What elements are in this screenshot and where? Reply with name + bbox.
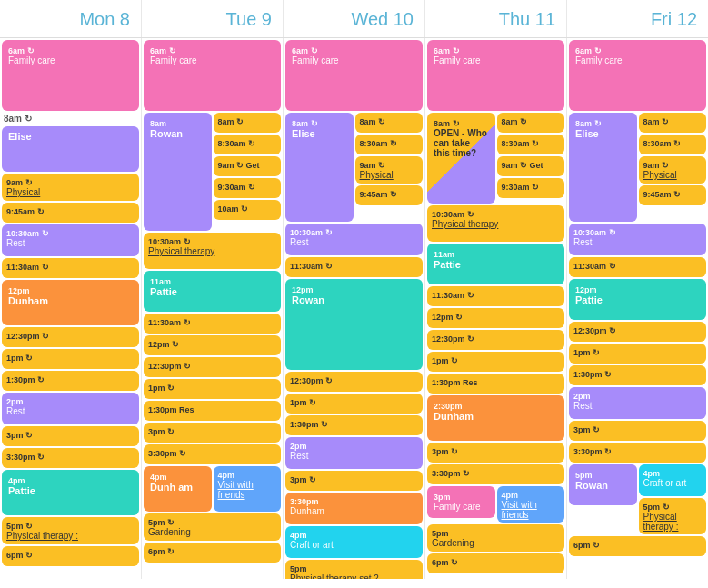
event-fri-5pm-physical[interactable]: 5pm ↻ Physical therapy : — [639, 498, 707, 534]
header-mon: Mon 8 — [0, 0, 141, 37]
event-wed-3pm[interactable]: 3pm ↻ — [285, 471, 423, 491]
event-thu-1pm[interactable]: 1pm ↻ — [427, 352, 564, 372]
event-wed-1pm[interactable]: 1pm ↻ — [285, 394, 423, 414]
event-tue-1pm[interactable]: 1pm ↻ — [144, 379, 281, 399]
event-thu-6pm[interactable]: 6pm ↻ — [427, 553, 564, 573]
event-mon-12pm-dunham[interactable]: 12pm Dunham — [2, 280, 139, 325]
event-fri-8am-sync[interactable]: 8am ↻ — [639, 113, 707, 133]
event-thu-1130am[interactable]: 11:30am ↻ — [427, 286, 564, 306]
event-wed-330pm-dunham[interactable]: 3:30pm Dunham — [285, 493, 423, 524]
event-wed-1130am[interactable]: 11:30am ↻ — [285, 257, 423, 277]
event-mon-8am-elise[interactable]: Elise — [2, 126, 139, 172]
event-fri-1130am[interactable]: 11:30am ↻ — [569, 257, 706, 277]
event-wed-6am-family[interactable]: 6am ↻ Family care — [285, 40, 423, 111]
header-wed: Wed 10 — [283, 0, 424, 37]
event-thu-3pm-family[interactable]: 3pm Family care — [427, 486, 495, 518]
event-tue-5pm-gardening[interactable]: 5pm ↻ Gardening — [144, 513, 281, 541]
event-mon-945am[interactable]: 9:45am ↻ — [2, 203, 139, 223]
event-tue-930am-sync[interactable]: 9:30am ↻ — [214, 178, 282, 198]
event-fri-8am-elise[interactable]: 8am ↻ Elise — [569, 113, 637, 222]
event-wed-945am-sync[interactable]: 9:45am ↻ — [355, 185, 424, 205]
event-tue-1130am[interactable]: 11:30am ↻ — [144, 314, 281, 334]
event-wed-8am-sync[interactable]: 8am ↻ — [355, 113, 424, 133]
event-tue-6am-family[interactable]: 6am ↻ Family care — [144, 40, 281, 111]
col-thu: 6am ↻ Family care 8am ↻ OPEN - Who can t… — [425, 38, 567, 579]
event-wed-830am-sync[interactable]: 8:30am ↻ — [355, 135, 424, 154]
event-wed-1230pm[interactable]: 12:30pm ↻ — [285, 372, 423, 392]
event-tue-830am-sync[interactable]: 8:30am ↻ — [214, 135, 282, 154]
event-thu-830am-sync[interactable]: 8:30am ↻ — [497, 135, 565, 154]
event-tue-9am-get[interactable]: 9am ↻ Get — [214, 156, 282, 176]
event-fri-945am-sync[interactable]: 9:45am ↻ — [639, 185, 707, 205]
event-wed-130pm[interactable]: 1:30pm ↻ — [285, 415, 423, 435]
event-wed-5pm-physical[interactable]: 5pm Physical therapy set 2 — [285, 560, 423, 579]
event-mon-1230pm[interactable]: 12:30pm ↻ — [2, 327, 139, 347]
event-thu-3pm[interactable]: 3pm ↻ — [427, 443, 564, 463]
event-fri-1230pm[interactable]: 12:30pm ↻ — [569, 322, 706, 342]
event-tue-330pm[interactable]: 3:30pm ↻ — [144, 444, 281, 464]
event-fri-1pm[interactable]: 1pm ↻ — [569, 344, 706, 364]
event-thu-4pm-visit[interactable]: 4pm Visit with friends — [497, 486, 565, 523]
event-tue-6pm[interactable]: 6pm ↻ — [144, 543, 281, 563]
event-mon-1pm[interactable]: 1pm ↻ — [2, 349, 139, 369]
event-wed-2pm-rest[interactable]: 2pm Rest — [285, 437, 423, 469]
event-mon-3pm[interactable]: 3pm ↻ — [2, 426, 139, 446]
event-tue-11am-pattie[interactable]: 11am Pattie — [144, 271, 281, 312]
event-thu-9am-get[interactable]: 9am ↻ Get — [497, 156, 565, 176]
event-fri-1030am-rest[interactable]: 10:30am ↻ Rest — [569, 224, 706, 255]
event-fri-6pm[interactable]: 6pm ↻ — [569, 536, 706, 556]
event-thu-8am-open[interactable]: 8am ↻ OPEN - Who can take this time? — [427, 113, 495, 204]
event-fri-9am-physical[interactable]: 9am ↻ Physical — [639, 156, 707, 184]
event-fri-5pm-rowan[interactable]: 5pm Rowan — [569, 464, 637, 505]
event-tue-1230pm[interactable]: 12:30pm ↻ — [144, 357, 281, 377]
time-label-mon-8am: 8am ↻ — [2, 113, 139, 125]
event-fri-6am-family[interactable]: 6am ↻ Family care — [569, 40, 706, 111]
event-tue-8am-sync1[interactable]: 8am ↻ — [214, 113, 282, 133]
header-tue: Tue 9 — [141, 0, 283, 37]
event-thu-5pm-gardening[interactable]: 5pm Gardening — [427, 524, 564, 552]
event-fri-330pm[interactable]: 3:30pm ↻ — [569, 443, 706, 463]
event-thu-930am-sync[interactable]: 9:30am ↻ — [497, 178, 565, 198]
event-fri-12pm-pattie[interactable]: 12pm Pattie — [569, 279, 706, 320]
event-thu-11am-pattie[interactable]: 11am Pattie — [427, 244, 564, 284]
event-thu-6am-family[interactable]: 6am ↻ Family care — [427, 40, 564, 111]
event-thu-230pm-dunham[interactable]: 2:30pm Dunham — [427, 395, 564, 441]
event-mon-130pm[interactable]: 1:30pm ↻ — [2, 371, 139, 391]
event-thu-1030am-physical[interactable]: 10:30am ↻ Physical therapy — [427, 205, 564, 242]
event-wed-9am-physical[interactable]: 9am ↻ Physical — [355, 156, 424, 184]
event-fri-3pm[interactable]: 3pm ↻ — [569, 421, 706, 441]
event-tue-3pm[interactable]: 3pm ↻ — [144, 423, 281, 443]
event-mon-1030am-rest[interactable]: 10:30am ↻ Rest — [2, 224, 139, 256]
event-thu-8am-sync[interactable]: 8am ↻ — [497, 113, 565, 133]
event-mon-330pm[interactable]: 3:30pm ↻ — [2, 448, 139, 468]
event-mon-6pm[interactable]: 6pm ↻ — [2, 546, 139, 566]
event-wed-1030am-rest[interactable]: 10:30am ↻ Rest — [285, 224, 423, 255]
event-fri-2pm-rest[interactable]: 2pm Rest — [569, 387, 706, 419]
event-thu-130pm-rest[interactable]: 1:30pm Res — [427, 374, 564, 394]
event-mon-1130am[interactable]: 11:30am ↻ — [2, 258, 139, 278]
event-fri-130pm[interactable]: 1:30pm ↻ — [569, 365, 706, 385]
event-fri-830am-sync[interactable]: 8:30am ↻ — [639, 135, 707, 154]
event-fri-4pm-craft[interactable]: 4pm Craft or art — [639, 464, 707, 496]
event-tue-1030am-physical[interactable]: 10:30am ↻ Physical therapy — [144, 233, 281, 269]
event-mon-4pm-pattie[interactable]: 4pm Pattie — [2, 470, 139, 515]
col-fri: 6am ↻ Family care 8am ↻ Elise 8am ↻ 8:30 — [567, 38, 708, 579]
event-thu-330pm[interactable]: 3:30pm ↻ — [427, 464, 564, 484]
event-mon-2pm-rest[interactable]: 2pm Rest — [2, 393, 139, 424]
event-tue-4pm-visit[interactable]: 4pm Visit with friends — [214, 466, 282, 512]
event-tue-10am-sync[interactable]: 10am ↻ — [214, 200, 282, 220]
event-mon-5pm-physical[interactable]: 5pm ↻ Physical therapy : — [2, 517, 139, 544]
event-tue-4pm-dunham[interactable]: 4pm Dunh am — [144, 466, 212, 512]
event-wed-12pm-rowan[interactable]: 12pm Rowan — [285, 279, 423, 370]
event-tue-130pm-res[interactable]: 1:30pm Res — [144, 401, 281, 421]
event-mon-6am-family[interactable]: 6am ↻ Family care — [2, 40, 139, 111]
event-wed-8am-elise[interactable]: 8am ↻ Elise — [285, 113, 354, 222]
event-wed-4pm-craft[interactable]: 4pm Craft or art — [285, 526, 423, 558]
event-tue-12pm[interactable]: 12pm ↻ — [144, 335, 281, 355]
event-mon-9am-physical[interactable]: 9am ↻ Physical — [2, 174, 139, 201]
event-thu-12pm[interactable]: 12pm ↻ — [427, 308, 564, 328]
header-thu: Thu 11 — [424, 0, 566, 37]
header-fri: Fri 12 — [566, 0, 708, 37]
event-thu-1230pm[interactable]: 12:30pm ↻ — [427, 330, 564, 350]
event-tue-8am-rowan[interactable]: 8am Rowan — [144, 113, 212, 231]
